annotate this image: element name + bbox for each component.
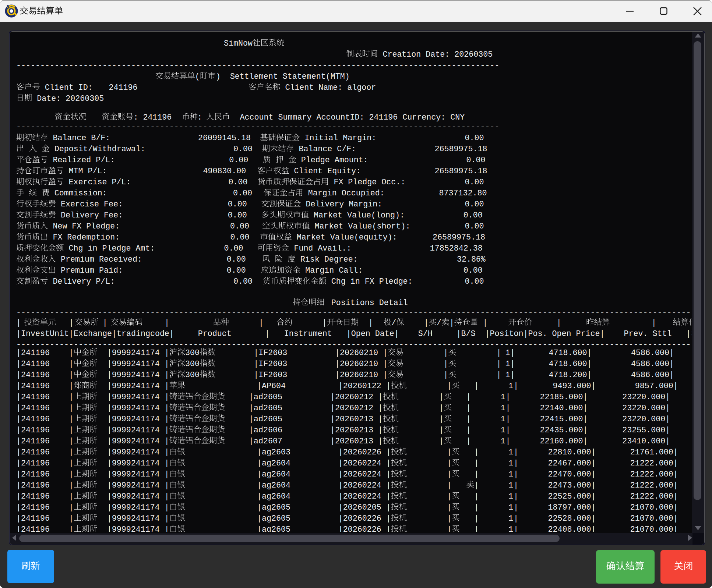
svg-text:Market Value(equity):: Market Value(equity): xyxy=(292,233,397,242)
svg-text:Balance B/F:: Balance B/F: xyxy=(48,134,110,143)
svg-text:|: | xyxy=(510,371,515,380)
svg-text:|: | xyxy=(474,470,479,479)
svg-text:22467.000: 22467.000 xyxy=(548,459,591,468)
svg-text:|: | xyxy=(591,492,596,501)
svg-text:Balance C/F:: Balance C/F: xyxy=(294,145,356,154)
svg-text:|: | xyxy=(510,348,515,358)
svg-text:|: | xyxy=(424,318,429,327)
svg-text:|9999241174 |: |9999241174 | xyxy=(98,437,169,446)
svg-text:1: 1 xyxy=(508,470,513,479)
svg-text:MTM P/L:: MTM P/L: xyxy=(64,167,107,176)
svg-text:|: | xyxy=(673,448,678,457)
svg-text:0.00: 0.00 xyxy=(227,255,246,264)
svg-text:26589975.18: 26589975.18 xyxy=(433,233,485,242)
svg-text:|241196 |: |241196 | xyxy=(16,371,74,380)
svg-text:23255.000: 23255.000 xyxy=(622,426,665,435)
svg-text:0.00: 0.00 xyxy=(465,200,484,209)
svg-text:21070.000: 21070.000 xyxy=(630,503,673,512)
svg-text:0.00: 0.00 xyxy=(229,156,248,165)
svg-text:|241196 |: |241196 | xyxy=(16,393,74,402)
svg-text:21761.000: 21761.000 xyxy=(630,448,673,457)
svg-text:Market Value(long):: Market Value(long): xyxy=(309,211,405,220)
svg-text:|: | xyxy=(587,371,592,380)
svg-text:0.00: 0.00 xyxy=(465,222,484,231)
svg-text:|: | xyxy=(103,318,107,327)
svg-text:23220.000: 23220.000 xyxy=(622,404,665,413)
svg-text:|: | xyxy=(673,459,678,468)
svg-text:26589975.18: 26589975.18 xyxy=(435,167,487,176)
svg-text:17852842.38: 17852842.38 xyxy=(430,244,483,253)
svg-text:Client ID:: Client ID: xyxy=(40,83,93,92)
svg-text:22160.000: 22160.000 xyxy=(540,437,583,446)
svg-text:|AP604 |20260122 |: |AP604 |20260122 | xyxy=(185,382,391,391)
svg-text:|ad2606 |20260213 |: |ad2606 |20260213 | xyxy=(225,426,383,435)
svg-text:------------------------------: ----------------------------------------… xyxy=(16,61,500,70)
svg-text:|: | xyxy=(474,448,479,457)
svg-text:18797.000: 18797.000 xyxy=(548,503,591,512)
svg-text:|241196 |: |241196 | xyxy=(16,348,74,358)
svg-text:|InvestUnit|Exchange|tradingco: |InvestUnit|Exchange|tradingcode| Produc… xyxy=(16,329,712,339)
svg-text:|: | xyxy=(450,318,454,327)
svg-text:|: | xyxy=(474,382,479,391)
svg-text:4586.000: 4586.000 xyxy=(631,348,669,358)
svg-text:21070.000: 21070.000 xyxy=(630,514,673,523)
svg-text:4718.200: 4718.200 xyxy=(549,371,587,380)
svg-text:/: / xyxy=(437,318,441,327)
svg-text:|: | xyxy=(514,492,518,501)
svg-text:|: | xyxy=(669,371,674,380)
svg-text:22470.000: 22470.000 xyxy=(548,470,591,479)
svg-text:|ad2607 |20260213 |: |ad2607 |20260213 | xyxy=(225,437,383,446)
svg-text:21222.000: 21222.000 xyxy=(630,481,673,490)
svg-text:Realized P/L:: Realized P/L: xyxy=(48,156,115,165)
svg-text:1: 1 xyxy=(508,448,513,457)
svg-text:/: / xyxy=(391,318,396,327)
svg-text:: 241196: : 241196 xyxy=(133,113,172,122)
svg-text:Positions Detail: Positions Detail xyxy=(331,298,408,308)
svg-text:490830.00: 490830.00 xyxy=(203,167,246,176)
svg-text:Delivery Margin:: Delivery Margin: xyxy=(301,200,382,209)
svg-text:23220.000: 23220.000 xyxy=(622,393,665,402)
svg-text:|: | xyxy=(591,448,596,457)
svg-text:Delivery Fee:: Delivery Fee: xyxy=(56,211,123,220)
svg-text:|9999241174 |: |9999241174 | xyxy=(98,459,169,468)
svg-text:1: 1 xyxy=(508,503,513,512)
svg-text:Date: 20260305: Date: 20260305 xyxy=(32,94,104,103)
svg-text:|: | xyxy=(16,318,21,327)
svg-text:1: 1 xyxy=(505,348,510,358)
svg-text:22810.000: 22810.000 xyxy=(548,448,591,457)
svg-text:|: | xyxy=(165,318,169,327)
svg-text:|: | xyxy=(673,525,678,534)
svg-text:0.00: 0.00 xyxy=(228,211,247,220)
svg-text:22140.000: 22140.000 xyxy=(540,404,583,413)
svg-text:0.00: 0.00 xyxy=(230,222,249,231)
svg-text:|: | xyxy=(466,415,471,424)
svg-text:|: | xyxy=(665,393,670,402)
svg-text:300: 300 xyxy=(185,371,200,380)
svg-text:1: 1 xyxy=(500,426,505,435)
svg-text:Exercise P/L:: Exercise P/L: xyxy=(64,178,131,187)
svg-text:26589975.18: 26589975.18 xyxy=(435,145,487,154)
svg-text::: : xyxy=(197,113,202,122)
svg-text:|: | xyxy=(583,393,588,402)
svg-text:|ad2605 |20260212 |: |ad2605 |20260212 | xyxy=(225,393,383,402)
svg-text:|: | xyxy=(514,503,518,512)
svg-text:Premium Paid:: Premium Paid: xyxy=(56,266,123,275)
svg-text:1: 1 xyxy=(508,459,513,468)
svg-text:|9999241174 |: |9999241174 | xyxy=(98,426,169,435)
svg-text:|9999241174 |: |9999241174 | xyxy=(98,481,169,490)
svg-text:|: | xyxy=(447,459,452,468)
svg-text:|: | xyxy=(514,448,518,457)
svg-text:|: | xyxy=(439,404,444,413)
svg-text:|: | xyxy=(514,382,518,391)
svg-text:300: 300 xyxy=(185,348,200,358)
svg-text:4586.000: 4586.000 xyxy=(631,371,669,380)
svg-text:1: 1 xyxy=(505,371,510,380)
svg-text:|: | xyxy=(652,318,656,327)
svg-text:|241196 |: |241196 | xyxy=(16,459,74,468)
svg-text:|: | xyxy=(557,318,561,327)
svg-text:|: | xyxy=(474,459,479,468)
svg-text:Margin Call:: Margin Call: xyxy=(300,266,363,275)
svg-text:|9999241174 |: |9999241174 | xyxy=(98,448,169,457)
svg-text:0.00: 0.00 xyxy=(463,266,483,275)
svg-text:|: | xyxy=(443,348,448,358)
